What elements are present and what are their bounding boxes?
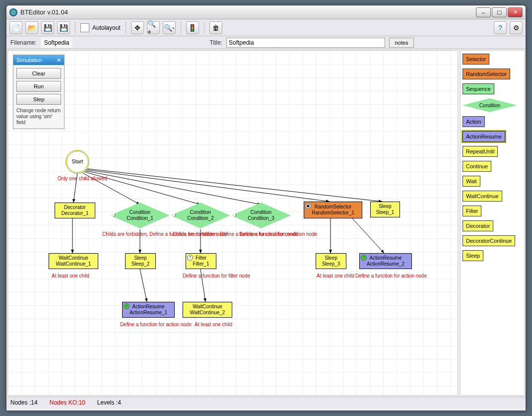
separator xyxy=(204,22,204,34)
sim-clear-button[interactable]: Clear xyxy=(16,68,61,79)
error-text: Define a function for condition node xyxy=(239,231,317,237)
separator xyxy=(181,22,181,34)
start-label: Start xyxy=(71,158,83,165)
save-button[interactable]: 💾 xyxy=(41,21,54,34)
sleep3-node[interactable]: SleepSleep_3 xyxy=(316,253,346,269)
simulation-close-icon[interactable]: ✕ xyxy=(57,57,61,64)
palette-waitcontinue[interactable]: WaitContinue xyxy=(463,191,502,202)
zoom-in-button[interactable]: 🔍+ xyxy=(147,21,160,34)
palette-randomselector[interactable]: RandomSelector xyxy=(463,69,510,79)
sim-step-button[interactable]: Step xyxy=(16,94,61,105)
palette-action[interactable]: Action xyxy=(463,116,485,127)
sleep1-node[interactable]: SleepSleep_1 xyxy=(370,202,400,217)
filename-label: Filename: xyxy=(10,39,37,46)
actionresume2-node[interactable]: ✓ ActionResumeActionResume_2 xyxy=(359,253,412,269)
waitcontinue2-node[interactable]: WaitContinueWaitContinue_2 xyxy=(183,302,232,318)
waitcontinue1-node[interactable]: WaitContinueWaitContinue_1 xyxy=(49,253,98,269)
start-node[interactable]: Start xyxy=(66,150,89,174)
help-button[interactable]: ? xyxy=(494,21,507,34)
palette-condition[interactable]: Condition xyxy=(463,98,517,112)
edges xyxy=(8,51,458,395)
palette-wait[interactable]: Wait xyxy=(463,176,480,187)
canvas[interactable]: Simulation ✕ Clear Run Step Change node … xyxy=(7,50,458,396)
separator xyxy=(75,22,75,34)
palette-filter[interactable]: Filter xyxy=(463,206,481,216)
palette: Selector RandomSelector Sequence Conditi… xyxy=(460,50,525,396)
error-text: At least one child xyxy=(195,322,232,327)
info-icon: ? xyxy=(109,211,115,217)
randomselector-node[interactable]: ▣ RandomSelectorRandomSelector_1 xyxy=(304,202,362,218)
move-tool-button[interactable]: ✥ xyxy=(131,21,144,34)
simulation-title: Simulation xyxy=(16,57,42,63)
ok-icon: ✓ xyxy=(124,303,130,309)
condition1-node[interactable]: ConditionCondition_1 ? xyxy=(110,203,170,228)
notes-button[interactable]: notes xyxy=(389,38,414,48)
error-text: At least one child xyxy=(52,273,89,278)
decorator-node[interactable]: DecoratorDecorator_1 xyxy=(55,203,95,218)
app-window: BTEditor v.01.04 – ▢ ✕ 📄 📂 💾 💾 Autolayou… xyxy=(6,5,526,411)
palette-repeatuntil[interactable]: RepeatUntil xyxy=(463,146,498,157)
svg-line-3 xyxy=(85,171,261,205)
app-icon xyxy=(9,8,17,16)
palette-sequence[interactable]: Sequence xyxy=(463,83,494,94)
toolbar: 📄 📂 💾 💾 Autolayout ✥ 🔍+ 🔍- 🚦 🗑 ? ⚙ xyxy=(6,19,526,36)
actionresume1-node[interactable]: ✓ ActionResumeActionResume_1 xyxy=(122,302,175,318)
new-file-button[interactable]: 📄 xyxy=(9,21,22,34)
statusbar: Nodes :14 Nodes KO:10 Levels :4 xyxy=(6,397,526,408)
autolayout-label: Autolayout xyxy=(92,24,121,31)
ok-icon: ✓ xyxy=(361,255,367,261)
palette-actionresume[interactable]: ActionResume xyxy=(463,131,505,142)
error-text: Define a function for action node xyxy=(355,273,427,278)
condition2-node[interactable]: ConditionCondition_2 ? xyxy=(171,203,230,228)
separator xyxy=(126,22,126,34)
titlebar[interactable]: BTEditor v.01.04 – ▢ ✕ xyxy=(6,5,526,19)
error-text: Define a function for action node xyxy=(120,322,192,327)
close-button[interactable]: ✕ xyxy=(508,7,523,17)
delete-button[interactable]: 🗑 xyxy=(209,21,222,34)
info-icon: ? xyxy=(187,255,193,261)
zoom-out-button[interactable]: 🔍- xyxy=(163,21,176,34)
palette-decorator[interactable]: Decorator xyxy=(463,220,493,231)
autolayout-checkbox[interactable] xyxy=(80,23,89,32)
palette-continue[interactable]: Continue xyxy=(463,161,491,172)
palette-selector[interactable]: Selector xyxy=(463,54,489,65)
minimize-button[interactable]: – xyxy=(476,7,491,17)
info-icon: ? xyxy=(170,211,176,217)
run-simulation-button[interactable]: 🚦 xyxy=(186,21,199,34)
error-text: Only one child allowed xyxy=(58,176,107,181)
maximize-button[interactable]: ▢ xyxy=(492,7,507,17)
info-icon: ? xyxy=(230,211,236,217)
sleep2-node[interactable]: SleepSleep_2 xyxy=(125,253,156,269)
condition3-node[interactable]: ConditionCondition_3 ? xyxy=(231,203,291,228)
simulation-panel[interactable]: Simulation ✕ Clear Run Step Change node … xyxy=(13,55,65,129)
error-text: At least one child xyxy=(317,273,354,278)
window-title: BTEditor v.01.04 xyxy=(20,8,68,16)
selector-icon: ▣ xyxy=(305,203,311,209)
open-file-button[interactable]: 📂 xyxy=(25,21,38,34)
title-input[interactable] xyxy=(226,38,385,48)
svg-line-4 xyxy=(86,170,330,202)
palette-sleep[interactable]: Sleep xyxy=(463,250,483,261)
sim-run-button[interactable]: Run xyxy=(16,81,61,92)
sim-note: Change node return value using 'sim' fie… xyxy=(16,107,61,126)
filter1-node[interactable]: ? FilterFilter_1 xyxy=(186,253,216,269)
save-as-button[interactable]: 💾 xyxy=(57,21,70,34)
filename-value: Softpedia xyxy=(41,38,73,48)
svg-line-10 xyxy=(352,218,384,253)
filebar: Filename: Softpedia Title: notes xyxy=(6,36,526,49)
title-label: Title: xyxy=(209,39,222,46)
svg-line-11 xyxy=(140,269,147,302)
settings-button[interactable]: ⚙ xyxy=(510,21,523,34)
palette-decoratorcontinue[interactable]: DecoratorContinue xyxy=(463,235,515,246)
svg-line-5 xyxy=(87,169,382,202)
error-text: Define a function for filter node xyxy=(183,273,250,278)
